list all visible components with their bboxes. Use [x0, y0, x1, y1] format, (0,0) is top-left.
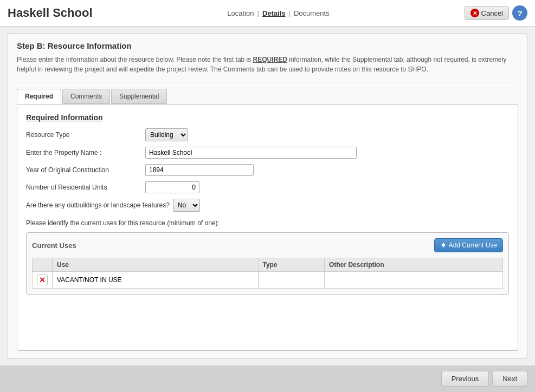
step-panel: Step B: Resource Information Please ente…: [8, 33, 527, 359]
nav-details[interactable]: Details: [262, 9, 286, 17]
divider: [17, 82, 518, 82]
cancel-button[interactable]: ✕ Cancel: [465, 6, 509, 20]
outbuildings-label: Are there any outbuildings or landscape …: [26, 201, 170, 209]
year-label: Year of Original Construction: [26, 166, 145, 174]
col-other-description: Other Description: [325, 258, 503, 272]
year-input[interactable]: [145, 164, 254, 176]
row-use: VACANT/NOT IN USE: [53, 272, 259, 289]
row-type: [258, 272, 325, 289]
step-desc-required: REQUIRED: [253, 56, 287, 63]
nav-documents[interactable]: Documents: [294, 9, 330, 17]
step-description: Please enter the information about the r…: [17, 55, 518, 74]
residential-units-label: Number of Residential Units: [26, 184, 145, 191]
previous-button[interactable]: Previous: [441, 371, 489, 387]
plus-icon: ✦: [440, 241, 447, 250]
tab-required[interactable]: Required: [17, 89, 61, 104]
nav-separator-1: |: [257, 9, 259, 17]
tabs: Required Comments Supplemental: [17, 89, 518, 104]
year-row: Year of Original Construction: [26, 164, 509, 176]
property-name-row: Enter the Property Name :: [26, 147, 509, 159]
table-row: ✕ VACANT/NOT IN USE: [33, 272, 503, 289]
tab-supplemental[interactable]: Supplemental: [111, 89, 167, 104]
header: Haskell School Location | Details | Docu…: [0, 0, 535, 27]
nav-location[interactable]: Location: [227, 9, 254, 17]
residential-units-row: Number of Residential Units: [26, 181, 509, 193]
step-title: Step B: Resource Information: [17, 41, 518, 50]
footer: Previous Next: [0, 365, 535, 392]
nav-bar: Location | Details | Documents: [227, 9, 329, 17]
step-desc-text1: Please enter the information about the r…: [17, 56, 253, 63]
outbuildings-select[interactable]: No Yes: [173, 199, 200, 212]
current-uses-prompt: Please identify the current uses for thi…: [26, 219, 509, 227]
current-uses-header: Current Uses ✦ Add Current Use: [32, 238, 503, 252]
nav-separator-2: |: [289, 9, 291, 17]
current-uses-title: Current Uses: [32, 241, 76, 250]
col-type: Type: [258, 258, 325, 272]
help-button[interactable]: ?: [512, 5, 527, 21]
add-current-use-button[interactable]: ✦ Add Current Use: [434, 238, 503, 252]
outbuildings-row: Are there any outbuildings or landscape …: [26, 199, 509, 212]
header-actions: ✕ Cancel ?: [465, 5, 527, 21]
resource-type-label: Resource Type: [26, 131, 145, 139]
add-button-label: Add Current Use: [449, 241, 497, 249]
row-other-description: [325, 272, 503, 289]
cancel-icon: ✕: [470, 9, 479, 17]
tab-content-required: Required Information Resource Type Build…: [17, 104, 518, 351]
resource-type-select[interactable]: Building Structure Object Site District: [145, 128, 188, 141]
help-label: ?: [517, 9, 522, 18]
property-name-input[interactable]: [145, 147, 357, 159]
tab-comments[interactable]: Comments: [62, 89, 110, 104]
col-delete: [33, 258, 53, 272]
resource-type-row: Resource Type Building Structure Object …: [26, 128, 509, 141]
property-name-label: Enter the Property Name :: [26, 149, 145, 156]
delete-icon: ✕: [39, 276, 46, 284]
col-use: Use: [53, 258, 259, 272]
main-content: Step B: Resource Information Please ente…: [0, 27, 535, 365]
delete-cell: ✕: [33, 272, 53, 289]
current-uses-box: Current Uses ✦ Add Current Use Use Type: [26, 232, 509, 295]
residential-units-input[interactable]: [145, 181, 199, 193]
cancel-label: Cancel: [481, 9, 503, 17]
current-uses-table: Use Type Other Description ✕: [32, 258, 503, 289]
section-title: Required Information: [26, 113, 509, 122]
delete-row-button[interactable]: ✕: [37, 275, 48, 285]
next-button[interactable]: Next: [492, 371, 527, 387]
page-title: Haskell School: [8, 6, 93, 20]
